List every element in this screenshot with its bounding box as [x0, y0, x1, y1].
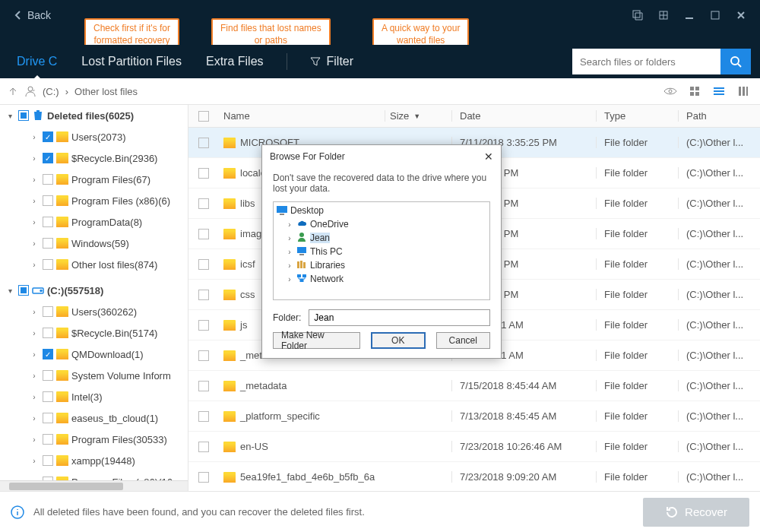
tree-item[interactable]: ›Intel(3)	[0, 386, 188, 407]
minimize-button[interactable]	[676, 0, 702, 30]
file-path: (C:)\Other l...	[678, 167, 760, 179]
checkbox[interactable]	[198, 442, 209, 452]
tree-item[interactable]: ›System Volume Inform	[0, 365, 188, 386]
view-preview-icon[interactable]	[661, 82, 679, 100]
sidebar-scrollbar[interactable]	[0, 480, 188, 491]
col-type[interactable]: Type	[596, 110, 678, 122]
checkbox[interactable]	[43, 238, 53, 249]
win-popout-icon[interactable]	[625, 0, 651, 30]
back-button[interactable]: Back	[6, 6, 59, 24]
folder-icon	[56, 391, 68, 402]
checkbox[interactable]	[198, 138, 209, 148]
dialog-tree-item[interactable]: › This PC	[275, 245, 488, 258]
recover-button[interactable]: Recover	[643, 498, 749, 527]
svg-rect-8	[690, 92, 694, 96]
crumb-item[interactable]: Other lost files	[74, 86, 138, 97]
cancel-button[interactable]: Cancel	[436, 332, 490, 349]
filter-icon	[310, 56, 321, 67]
tree-item[interactable]: ›Program Files (x86)(6)	[0, 190, 188, 211]
checkbox[interactable]	[198, 381, 209, 391]
tree-deleted-root[interactable]: ▾Deleted files(6025)	[0, 105, 188, 126]
checkbox[interactable]	[43, 306, 53, 317]
checkbox[interactable]	[43, 370, 53, 381]
tree-item[interactable]: ›Windows(59)	[0, 233, 188, 254]
tab-filter[interactable]: Filter	[309, 50, 356, 73]
tree-item[interactable]: ›Program Files(67)	[0, 169, 188, 190]
table-row[interactable]: _metadata 7/15/2018 8:45:44 AM File fold…	[188, 371, 760, 401]
checkbox[interactable]	[198, 472, 209, 483]
table-row[interactable]: en-US 7/23/2018 10:26:46 AM File folder …	[188, 432, 760, 462]
tree-drive-root[interactable]: ▾(C:)(557518)	[0, 280, 188, 301]
up-icon[interactable]	[8, 86, 18, 97]
svg-rect-25	[302, 274, 306, 277]
col-name[interactable]: Name	[219, 110, 385, 122]
checkbox[interactable]	[198, 198, 209, 209]
checkbox[interactable]	[43, 217, 53, 227]
tree-item[interactable]: ›easeus_tb_cloud(1)	[0, 407, 188, 429]
tab-drive-c[interactable]: Drive C	[15, 50, 59, 73]
tree-item[interactable]: ›xampp(19448)	[0, 450, 188, 471]
checkbox[interactable]: ✓	[43, 153, 53, 163]
tree-item[interactable]: ›Users(360262)	[0, 301, 188, 322]
checkbox[interactable]	[198, 350, 209, 361]
tree-item[interactable]: ›$Recycle.Bin(5174)	[0, 322, 188, 344]
dialog-tree-item[interactable]: › Jean	[275, 231, 488, 245]
search-input[interactable]	[572, 49, 720, 74]
search-button[interactable]	[720, 49, 751, 74]
header-checkbox[interactable]	[198, 111, 209, 122]
svg-rect-22	[300, 261, 302, 268]
table-row[interactable]: 5ea19fe1_fabd_4e6b_b5fb_6a 7/23/2018 9:0…	[188, 462, 760, 491]
col-size[interactable]: Size▼	[385, 110, 451, 122]
tree-item[interactable]: ›Other lost files(874)	[0, 254, 188, 275]
tab-extra-files[interactable]: Extra Files	[204, 50, 265, 73]
dialog-close-button[interactable]: ✕	[484, 150, 493, 163]
view-list-icon[interactable]	[710, 82, 728, 100]
checkbox[interactable]	[43, 328, 53, 338]
table-row[interactable]: _platform_specific 7/13/2018 8:45:45 AM …	[188, 401, 760, 432]
tree-item[interactable]: ›Program Files(30533)	[0, 429, 188, 450]
view-detail-icon[interactable]	[734, 82, 752, 100]
dialog-tree[interactable]: Desktop › OneDrive › Jean › This PC › Li…	[273, 201, 490, 300]
col-date[interactable]: Date	[451, 110, 596, 122]
person-icon[interactable]	[24, 85, 36, 97]
checkbox[interactable]	[198, 320, 209, 331]
tree-item[interactable]: ›✓$Recycle.Bin(2936)	[0, 147, 188, 169]
checkbox[interactable]	[18, 285, 29, 296]
dialog-tree-item[interactable]: › Libraries	[275, 258, 488, 272]
checkbox[interactable]	[43, 455, 53, 466]
checkbox[interactable]: ✓	[43, 131, 53, 142]
tab-lost-partition[interactable]: Lost Partition Files	[80, 50, 183, 73]
checkbox[interactable]	[198, 229, 209, 239]
checkbox[interactable]	[43, 195, 53, 206]
close-button[interactable]	[728, 0, 754, 30]
make-new-folder-button[interactable]: Make New Folder	[273, 332, 360, 349]
checkbox[interactable]	[18, 110, 29, 121]
checkbox[interactable]	[198, 290, 209, 300]
checkbox[interactable]	[198, 168, 209, 179]
win-grid-icon[interactable]	[651, 0, 676, 30]
ok-button[interactable]: OK	[371, 332, 426, 349]
checkbox[interactable]: ✓	[43, 349, 53, 359]
checkbox[interactable]	[43, 413, 53, 423]
file-type: File folder	[596, 350, 678, 361]
maximize-button[interactable]	[702, 0, 728, 30]
dialog-tree-item[interactable]: › Network	[275, 272, 488, 286]
view-grid-icon[interactable]	[686, 82, 704, 100]
folder-input[interactable]	[309, 309, 490, 326]
tree-item[interactable]: ›ProgramData(8)	[0, 211, 188, 233]
checkbox[interactable]	[43, 174, 53, 185]
tree-item[interactable]: ›✓QMDownload(1)	[0, 344, 188, 365]
tree-item[interactable]: ›✓Users(2073)	[0, 126, 188, 147]
crumb-root[interactable]: (C:)	[43, 86, 59, 97]
checkbox[interactable]	[43, 391, 53, 402]
checkbox[interactable]	[198, 411, 209, 422]
file-date: 7/23/2018 9:09:20 AM	[451, 471, 596, 483]
checkbox[interactable]	[198, 259, 209, 270]
checkbox[interactable]	[43, 259, 53, 270]
file-name: _platform_specific	[240, 410, 320, 422]
col-path[interactable]: Path	[678, 110, 760, 122]
dialog-tree-item[interactable]: › OneDrive	[275, 217, 488, 231]
checkbox[interactable]	[43, 434, 53, 445]
tree-desktop[interactable]: Desktop	[275, 204, 488, 217]
svg-rect-23	[303, 262, 306, 268]
